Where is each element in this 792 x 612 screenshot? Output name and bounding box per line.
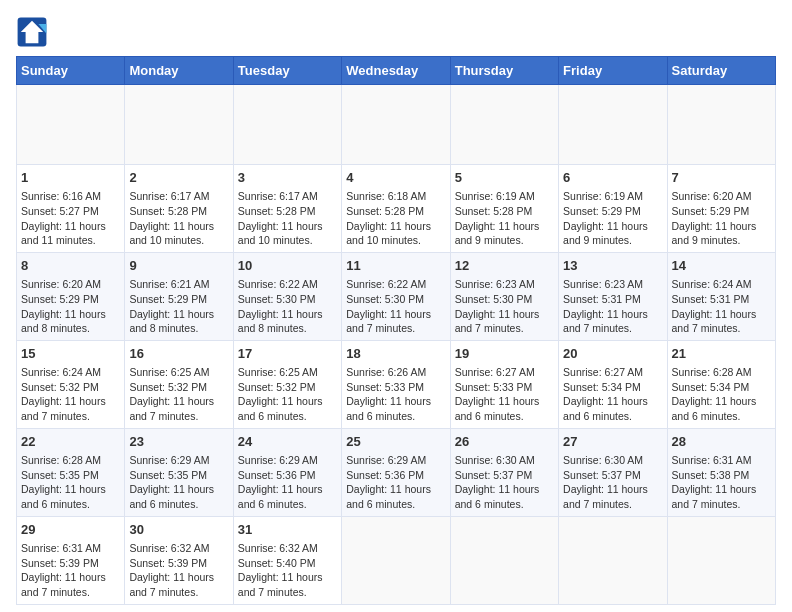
calendar-cell: 21Sunrise: 6:28 AMSunset: 5:34 PMDayligh… [667, 340, 775, 428]
calendar-cell [667, 85, 775, 165]
calendar-table: SundayMondayTuesdayWednesdayThursdayFrid… [16, 56, 776, 605]
calendar-cell: 12Sunrise: 6:23 AMSunset: 5:30 PMDayligh… [450, 252, 558, 340]
daylight-label: Daylight: 11 hours and 7 minutes. [21, 571, 106, 598]
calendar-cell: 13Sunrise: 6:23 AMSunset: 5:31 PMDayligh… [559, 252, 667, 340]
day-number: 30 [129, 521, 228, 539]
daylight-label: Daylight: 11 hours and 7 minutes. [563, 483, 648, 510]
daylight-label: Daylight: 11 hours and 7 minutes. [346, 308, 431, 335]
daylight-label: Daylight: 11 hours and 8 minutes. [21, 308, 106, 335]
calendar-cell [342, 516, 450, 604]
calendar-cell: 5Sunrise: 6:19 AMSunset: 5:28 PMDaylight… [450, 165, 558, 253]
sunset-text: Sunset: 5:30 PM [238, 293, 316, 305]
day-number: 24 [238, 433, 337, 451]
sunrise-text: Sunrise: 6:27 AM [563, 366, 643, 378]
day-number: 25 [346, 433, 445, 451]
daylight-label: Daylight: 11 hours and 7 minutes. [238, 571, 323, 598]
calendar-cell: 16Sunrise: 6:25 AMSunset: 5:32 PMDayligh… [125, 340, 233, 428]
sunrise-text: Sunrise: 6:27 AM [455, 366, 535, 378]
calendar-cell [450, 85, 558, 165]
calendar-cell: 1Sunrise: 6:16 AMSunset: 5:27 PMDaylight… [17, 165, 125, 253]
sunrise-text: Sunrise: 6:31 AM [21, 542, 101, 554]
day-number: 3 [238, 169, 337, 187]
daylight-label: Daylight: 11 hours and 10 minutes. [129, 220, 214, 247]
sunrise-text: Sunrise: 6:20 AM [21, 278, 101, 290]
calendar-cell [342, 85, 450, 165]
sunset-text: Sunset: 5:35 PM [21, 469, 99, 481]
day-number: 9 [129, 257, 228, 275]
daylight-label: Daylight: 11 hours and 7 minutes. [21, 395, 106, 422]
calendar-week-1: 1Sunrise: 6:16 AMSunset: 5:27 PMDaylight… [17, 165, 776, 253]
day-number: 21 [672, 345, 771, 363]
sunset-text: Sunset: 5:30 PM [346, 293, 424, 305]
sunset-text: Sunset: 5:39 PM [21, 557, 99, 569]
sunrise-text: Sunrise: 6:29 AM [129, 454, 209, 466]
day-number: 10 [238, 257, 337, 275]
sunset-text: Sunset: 5:32 PM [238, 381, 316, 393]
sunrise-text: Sunrise: 6:23 AM [563, 278, 643, 290]
sunrise-text: Sunrise: 6:23 AM [455, 278, 535, 290]
calendar-cell: 15Sunrise: 6:24 AMSunset: 5:32 PMDayligh… [17, 340, 125, 428]
calendar-cell: 28Sunrise: 6:31 AMSunset: 5:38 PMDayligh… [667, 428, 775, 516]
sunset-text: Sunset: 5:30 PM [455, 293, 533, 305]
day-number: 11 [346, 257, 445, 275]
sunrise-text: Sunrise: 6:22 AM [238, 278, 318, 290]
calendar-cell: 6Sunrise: 6:19 AMSunset: 5:29 PMDaylight… [559, 165, 667, 253]
sunset-text: Sunset: 5:28 PM [455, 205, 533, 217]
sunset-text: Sunset: 5:28 PM [238, 205, 316, 217]
calendar-cell: 2Sunrise: 6:17 AMSunset: 5:28 PMDaylight… [125, 165, 233, 253]
calendar-cell: 26Sunrise: 6:30 AMSunset: 5:37 PMDayligh… [450, 428, 558, 516]
sunrise-text: Sunrise: 6:24 AM [21, 366, 101, 378]
daylight-label: Daylight: 11 hours and 11 minutes. [21, 220, 106, 247]
calendar-week-3: 15Sunrise: 6:24 AMSunset: 5:32 PMDayligh… [17, 340, 776, 428]
sunrise-text: Sunrise: 6:31 AM [672, 454, 752, 466]
calendar-week-2: 8Sunrise: 6:20 AMSunset: 5:29 PMDaylight… [17, 252, 776, 340]
calendar-cell: 25Sunrise: 6:29 AMSunset: 5:36 PMDayligh… [342, 428, 450, 516]
sunrise-text: Sunrise: 6:29 AM [238, 454, 318, 466]
day-number: 22 [21, 433, 120, 451]
calendar-header: SundayMondayTuesdayWednesdayThursdayFrid… [17, 57, 776, 85]
daylight-label: Daylight: 11 hours and 6 minutes. [238, 483, 323, 510]
day-header-sunday: Sunday [17, 57, 125, 85]
sunrise-text: Sunrise: 6:29 AM [346, 454, 426, 466]
daylight-label: Daylight: 11 hours and 10 minutes. [346, 220, 431, 247]
day-number: 16 [129, 345, 228, 363]
day-header-thursday: Thursday [450, 57, 558, 85]
sunset-text: Sunset: 5:27 PM [21, 205, 99, 217]
sunset-text: Sunset: 5:31 PM [672, 293, 750, 305]
daylight-label: Daylight: 11 hours and 7 minutes. [672, 308, 757, 335]
day-number: 26 [455, 433, 554, 451]
day-number: 23 [129, 433, 228, 451]
calendar-cell: 30Sunrise: 6:32 AMSunset: 5:39 PMDayligh… [125, 516, 233, 604]
daylight-label: Daylight: 11 hours and 6 minutes. [672, 395, 757, 422]
sunrise-text: Sunrise: 6:20 AM [672, 190, 752, 202]
daylight-label: Daylight: 11 hours and 9 minutes. [672, 220, 757, 247]
daylight-label: Daylight: 11 hours and 6 minutes. [563, 395, 648, 422]
calendar-cell: 7Sunrise: 6:20 AMSunset: 5:29 PMDaylight… [667, 165, 775, 253]
calendar-week-4: 22Sunrise: 6:28 AMSunset: 5:35 PMDayligh… [17, 428, 776, 516]
sunrise-text: Sunrise: 6:17 AM [129, 190, 209, 202]
day-number: 7 [672, 169, 771, 187]
daylight-label: Daylight: 11 hours and 6 minutes. [346, 395, 431, 422]
sunset-text: Sunset: 5:39 PM [129, 557, 207, 569]
sunrise-text: Sunrise: 6:26 AM [346, 366, 426, 378]
day-number: 19 [455, 345, 554, 363]
calendar-cell: 27Sunrise: 6:30 AMSunset: 5:37 PMDayligh… [559, 428, 667, 516]
sunset-text: Sunset: 5:28 PM [346, 205, 424, 217]
calendar-cell: 24Sunrise: 6:29 AMSunset: 5:36 PMDayligh… [233, 428, 341, 516]
day-number: 29 [21, 521, 120, 539]
sunrise-text: Sunrise: 6:19 AM [563, 190, 643, 202]
sunset-text: Sunset: 5:33 PM [346, 381, 424, 393]
sunset-text: Sunset: 5:33 PM [455, 381, 533, 393]
daylight-label: Daylight: 11 hours and 7 minutes. [672, 483, 757, 510]
calendar-cell [667, 516, 775, 604]
sunset-text: Sunset: 5:32 PM [129, 381, 207, 393]
sunset-text: Sunset: 5:37 PM [563, 469, 641, 481]
day-number: 17 [238, 345, 337, 363]
sunrise-text: Sunrise: 6:19 AM [455, 190, 535, 202]
daylight-label: Daylight: 11 hours and 6 minutes. [129, 483, 214, 510]
daylight-label: Daylight: 11 hours and 6 minutes. [455, 483, 540, 510]
daylight-label: Daylight: 11 hours and 10 minutes. [238, 220, 323, 247]
calendar-cell [125, 85, 233, 165]
sunrise-text: Sunrise: 6:22 AM [346, 278, 426, 290]
daylight-label: Daylight: 11 hours and 7 minutes. [129, 395, 214, 422]
